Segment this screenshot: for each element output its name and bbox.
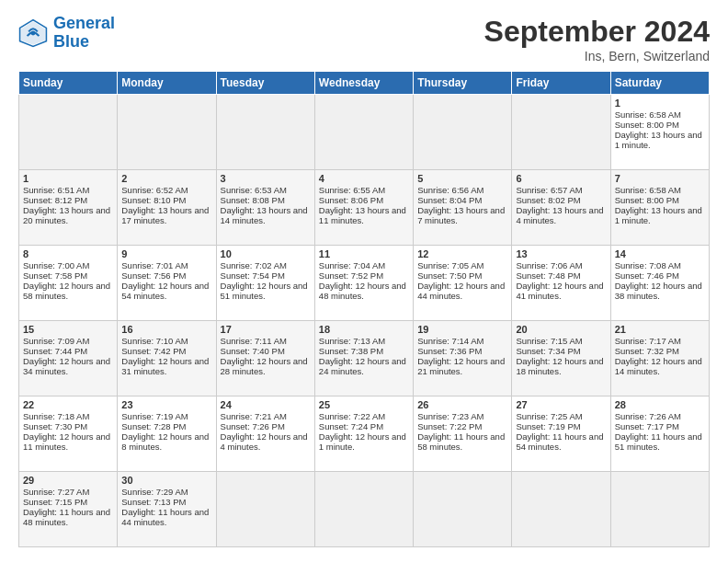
sunrise-text: Sunrise: 7:06 AM: [516, 260, 606, 270]
sunset-text: Sunset: 7:26 PM: [221, 421, 311, 431]
table-row: 10Sunrise: 7:02 AMSunset: 7:54 PMDayligh…: [216, 246, 314, 321]
sunset-text: Sunset: 7:56 PM: [121, 270, 211, 281]
day-number: 15: [23, 324, 113, 335]
daylight-text: Daylight: 12 hours and 24 minutes.: [319, 356, 409, 376]
sunrise-text: Sunrise: 7:22 AM: [319, 411, 409, 421]
sunrise-text: Sunrise: 7:04 AM: [319, 260, 409, 270]
day-number: 24: [221, 399, 311, 410]
sunset-text: Sunset: 8:10 PM: [121, 195, 211, 205]
logo-icon: [18, 18, 48, 48]
table-row: 29Sunrise: 7:27 AMSunset: 7:15 PMDayligh…: [19, 472, 118, 547]
day-number: 1: [23, 173, 113, 184]
day-number: 17: [221, 324, 311, 335]
sunrise-text: Sunrise: 6:57 AM: [516, 185, 606, 195]
sunset-text: Sunset: 7:19 PM: [516, 421, 606, 431]
table-row: 30Sunrise: 7:29 AMSunset: 7:13 PMDayligh…: [118, 472, 216, 547]
table-row: 16Sunrise: 7:10 AMSunset: 7:42 PMDayligh…: [118, 321, 216, 396]
daylight-text: Daylight: 12 hours and 54 minutes.: [121, 281, 211, 301]
daylight-text: Daylight: 12 hours and 11 minutes.: [23, 431, 113, 452]
table-row: 24Sunrise: 7:21 AMSunset: 7:26 PMDayligh…: [216, 396, 314, 472]
daylight-text: Daylight: 11 hours and 51 minutes.: [615, 431, 705, 452]
table-row: [118, 95, 216, 170]
sunrise-text: Sunrise: 7:19 AM: [121, 411, 211, 421]
daylight-text: Daylight: 13 hours and 7 minutes.: [417, 205, 507, 225]
table-row: 22Sunrise: 7:18 AMSunset: 7:30 PMDayligh…: [19, 396, 118, 472]
table-row: 26Sunrise: 7:23 AMSunset: 7:22 PMDayligh…: [414, 396, 512, 472]
sunset-text: Sunset: 7:48 PM: [516, 270, 606, 281]
day-number: 13: [516, 248, 606, 259]
day-number: 11: [319, 248, 409, 259]
daylight-text: Daylight: 13 hours and 4 minutes.: [516, 205, 606, 225]
daylight-text: Daylight: 12 hours and 21 minutes.: [417, 356, 507, 376]
sunset-text: Sunset: 7:46 PM: [615, 270, 705, 281]
sunset-text: Sunset: 8:06 PM: [319, 195, 409, 205]
day-number: 27: [516, 399, 606, 410]
sunset-text: Sunset: 7:24 PM: [319, 421, 409, 431]
sunrise-text: Sunrise: 6:58 AM: [615, 109, 705, 120]
sunset-text: Sunset: 7:44 PM: [23, 346, 113, 356]
daylight-text: Daylight: 12 hours and 31 minutes.: [121, 356, 211, 376]
daylight-text: Daylight: 12 hours and 48 minutes.: [319, 281, 409, 301]
sunrise-text: Sunrise: 7:02 AM: [221, 260, 311, 270]
sunset-text: Sunset: 7:38 PM: [319, 346, 409, 356]
daylight-text: Daylight: 12 hours and 34 minutes.: [23, 356, 113, 376]
sunset-text: Sunset: 7:28 PM: [121, 421, 211, 431]
daylight-text: Daylight: 11 hours and 48 minutes.: [23, 507, 113, 527]
location: Ins, Bern, Switzerland: [484, 49, 710, 63]
daylight-text: Daylight: 12 hours and 51 minutes.: [221, 281, 311, 301]
daylight-text: Daylight: 12 hours and 8 minutes.: [121, 431, 211, 452]
svg-point-2: [31, 30, 36, 35]
day-number: 22: [23, 399, 113, 410]
table-row: [512, 95, 610, 170]
sunset-text: Sunset: 8:04 PM: [417, 195, 507, 205]
table-row: 2Sunrise: 6:52 AMSunset: 8:10 PMDaylight…: [118, 170, 216, 246]
day-number: 19: [417, 324, 507, 335]
table-row: [610, 472, 709, 547]
table-row: 3Sunrise: 6:53 AMSunset: 8:08 PMDaylight…: [216, 170, 314, 246]
sunrise-text: Sunrise: 7:01 AM: [121, 260, 211, 270]
sunset-text: Sunset: 7:36 PM: [417, 346, 507, 356]
day-number: 21: [615, 324, 705, 335]
sunset-text: Sunset: 7:22 PM: [417, 421, 507, 431]
sunset-text: Sunset: 7:32 PM: [615, 346, 705, 356]
day-number: 2: [121, 173, 211, 184]
sunrise-text: Sunrise: 7:21 AM: [221, 411, 311, 421]
sunrise-text: Sunrise: 7:17 AM: [615, 336, 705, 346]
daylight-text: Daylight: 12 hours and 44 minutes.: [417, 281, 507, 301]
sunset-text: Sunset: 8:08 PM: [221, 195, 311, 205]
table-row: 25Sunrise: 7:22 AMSunset: 7:24 PMDayligh…: [314, 396, 413, 472]
calendar-week-row: 1Sunrise: 6:58 AMSunset: 8:00 PMDaylight…: [19, 95, 710, 170]
table-row: [414, 472, 512, 547]
table-row: 1Sunrise: 6:51 AMSunset: 8:12 PMDaylight…: [19, 170, 118, 246]
sunset-text: Sunset: 7:42 PM: [121, 346, 211, 356]
page: General Blue September 2024 Ins, Bern, S…: [0, 0, 728, 563]
sunrise-text: Sunrise: 6:55 AM: [319, 185, 409, 195]
calendar-week-row: 22Sunrise: 7:18 AMSunset: 7:30 PMDayligh…: [19, 396, 710, 472]
sunrise-text: Sunrise: 7:08 AM: [615, 260, 705, 270]
table-row: 7Sunrise: 6:58 AMSunset: 8:00 PMDaylight…: [610, 170, 709, 246]
table-row: 14Sunrise: 7:08 AMSunset: 7:46 PMDayligh…: [610, 246, 709, 321]
day-number: 7: [615, 173, 705, 184]
daylight-text: Daylight: 12 hours and 1 minute.: [319, 431, 409, 452]
day-number: 14: [615, 248, 705, 259]
table-row: 5Sunrise: 6:56 AMSunset: 8:04 PMDaylight…: [414, 170, 512, 246]
table-row: [216, 472, 314, 547]
table-row: 8Sunrise: 7:00 AMSunset: 7:58 PMDaylight…: [19, 246, 118, 321]
table-row: 11Sunrise: 7:04 AMSunset: 7:52 PMDayligh…: [314, 246, 413, 321]
col-wednesday: Wednesday: [314, 72, 413, 95]
day-number: 28: [615, 399, 705, 410]
table-row: 18Sunrise: 7:13 AMSunset: 7:38 PMDayligh…: [314, 321, 413, 396]
day-number: 23: [121, 399, 211, 410]
calendar-week-row: 29Sunrise: 7:27 AMSunset: 7:15 PMDayligh…: [19, 472, 710, 547]
table-row: [414, 95, 512, 170]
table-row: 20Sunrise: 7:15 AMSunset: 7:34 PMDayligh…: [512, 321, 610, 396]
sunset-text: Sunset: 7:34 PM: [516, 346, 606, 356]
sunset-text: Sunset: 7:58 PM: [23, 270, 113, 281]
daylight-text: Daylight: 12 hours and 58 minutes.: [23, 281, 113, 301]
day-number: 29: [23, 475, 113, 486]
calendar-header-row: Sunday Monday Tuesday Wednesday Thursday…: [19, 72, 710, 95]
table-row: 23Sunrise: 7:19 AMSunset: 7:28 PMDayligh…: [118, 396, 216, 472]
day-number: 8: [23, 248, 113, 259]
table-row: 15Sunrise: 7:09 AMSunset: 7:44 PMDayligh…: [19, 321, 118, 396]
day-number: 16: [121, 324, 211, 335]
